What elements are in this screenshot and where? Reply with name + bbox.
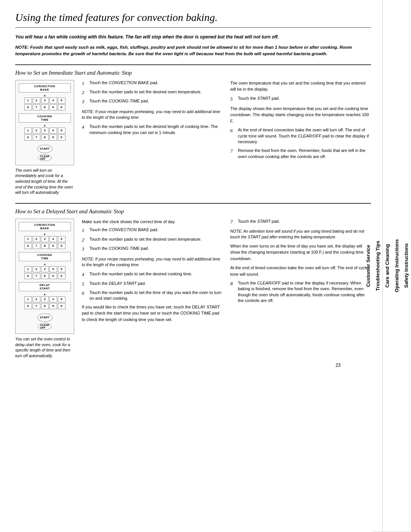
convection-bake-label: CONVECTIONBAKE [19, 83, 71, 93]
key-4e[interactable]: 4 [49, 296, 57, 302]
key-7b[interactable]: 7 [33, 134, 40, 141]
key-9[interactable]: 9 [49, 104, 57, 110]
key-8e[interactable]: 8 [41, 303, 49, 309]
sidebar-item-safety[interactable]: Safety Instructions [401, 0, 411, 532]
step2-1: 1 Touch the CONVECTION BAKE pad. [82, 227, 223, 234]
step6-num: 6 [230, 127, 236, 134]
key-9d[interactable]: 9 [49, 273, 57, 279]
step2-7: 7 Touch the START pad. [230, 219, 371, 225]
section1-steps-left: 1 Touch the CONVECTION BAKE pad. 2 Touch… [82, 80, 223, 160]
s2-step3-text: Touch the COOKING TIME pad. [89, 246, 149, 251]
s2-step8-num: 8 [230, 280, 236, 287]
key-1c[interactable]: 1 [24, 236, 32, 242]
key-8b[interactable]: 8 [41, 134, 49, 141]
s2-step5-text: Touch the DELAY START pad. [89, 281, 146, 286]
key-6b[interactable]: 6 [24, 134, 32, 141]
sidebar-item-care[interactable]: Care and Cleaning [382, 0, 392, 532]
key-2e[interactable]: 2 [33, 296, 40, 302]
note-inline-1: NOTE: If your recipe requires preheating… [82, 109, 223, 120]
step1-4: 4 Touch the number pads to set the desir… [82, 124, 223, 136]
key-4c[interactable]: 4 [49, 236, 57, 242]
sidebar-troubleshooting-label: Troubleshooting Tips [375, 241, 381, 291]
key-2b[interactable]: 2 [33, 128, 40, 134]
step5-text: Touch the START pad. [238, 96, 280, 101]
step3-num: 3 [82, 98, 87, 105]
key-9e[interactable]: 9 [49, 303, 57, 309]
step4-text: Touch the number pads to set the desired… [89, 124, 223, 136]
step1-2: 2 Touch the number pads to set the desir… [82, 89, 223, 96]
key-3b[interactable]: 3 [41, 128, 49, 134]
key-7d[interactable]: 7 [33, 273, 40, 279]
s2-step5-num: 5 [82, 281, 87, 288]
keypad-row-4: 6 7 8 9 0 [19, 134, 71, 141]
key-0e[interactable]: 0 [58, 303, 65, 309]
start-button-1[interactable]: START [37, 145, 53, 153]
key-7e[interactable]: 7 [33, 303, 40, 309]
key-7[interactable]: 7 [33, 104, 40, 110]
section2-right-para1: When the oven turns on at the time of da… [230, 243, 371, 262]
step1-6: 6 At the end of timed convection bake th… [230, 127, 371, 145]
key-0b[interactable]: 0 [58, 134, 65, 141]
key-0c[interactable]: 0 [58, 243, 65, 249]
key-7c[interactable]: 7 [33, 243, 40, 249]
key-6[interactable]: 6 [24, 104, 32, 110]
step2-4: 4 Touch the number pads to set the desir… [82, 271, 223, 278]
s2-step6-text: Touch the number pads to set the time of… [89, 290, 223, 302]
s2-step4-num: 4 [82, 271, 87, 278]
step2-6: 6 Touch the number pads to set the time … [82, 290, 223, 302]
note-inline-2: NOTE: If your recipe requires preheating… [82, 256, 223, 267]
key-1[interactable]: 1 [24, 97, 32, 104]
key-8c[interactable]: 8 [41, 243, 49, 249]
step3-text: Touch the COOKING TIME pad. [89, 98, 149, 104]
key-5b[interactable]: 5 [58, 128, 65, 134]
sidebar-item-customer[interactable]: Customer Service [363, 0, 373, 532]
key-5e[interactable]: 5 [58, 296, 65, 302]
key-4[interactable]: 4 [49, 97, 57, 104]
key-5c[interactable]: 5 [58, 236, 65, 242]
step2-num: 2 [82, 89, 87, 96]
key-5[interactable]: 5 [58, 97, 65, 104]
key-9c[interactable]: 9 [49, 243, 57, 249]
keypad-row-8: 6 7 8 9 0 [19, 273, 71, 279]
step2-text: Touch the number pads to set the desired… [89, 89, 202, 95]
cooking-time-label-2: COOKINGTIME [19, 252, 71, 261]
key-1d[interactable]: 1 [24, 266, 32, 272]
sidebar-care-label: Care and Cleaning [384, 244, 390, 288]
key-6e[interactable]: 6 [24, 303, 32, 309]
key-6d[interactable]: 6 [24, 273, 32, 279]
key-8[interactable]: 8 [41, 104, 49, 110]
key-1e[interactable]: 1 [24, 296, 32, 302]
key-3d[interactable]: 3 [41, 266, 49, 272]
step1-1: 1 Touch the CONVECTION BAKE pad. [82, 80, 223, 87]
clear-off-button-1[interactable]: CLEAROFF [38, 154, 52, 161]
keypad-row-7: 1 2 3 4 5 [19, 266, 71, 272]
key-4d[interactable]: 4 [49, 266, 57, 272]
key-8d[interactable]: 8 [41, 273, 49, 279]
key-1b[interactable]: 1 [24, 128, 32, 134]
note-text: NOTE: Foods that spoil easily such as mi… [15, 44, 371, 58]
section2-para-bottom: If you would like to check the times you… [82, 304, 223, 323]
key-3[interactable]: 3 [41, 97, 49, 104]
key-6c[interactable]: 6 [24, 243, 32, 249]
step5-num: 5 [230, 96, 236, 102]
key-3c[interactable]: 3 [41, 236, 49, 242]
key-0d[interactable]: 0 [58, 273, 65, 279]
sidebar-item-operating[interactable]: Operating Instructions [392, 0, 401, 532]
start-button-2[interactable]: START [37, 313, 53, 322]
key-2d[interactable]: 2 [33, 266, 40, 272]
key-2[interactable]: 2 [33, 97, 40, 104]
key-0[interactable]: 0 [58, 104, 65, 110]
section2-steps-right: 7 Touch the START pad. NOTE: An attentio… [230, 219, 371, 325]
sidebar-item-troubleshooting[interactable]: Troubleshooting Tips [373, 0, 382, 532]
key-5d[interactable]: 5 [58, 266, 65, 272]
section2-right-para2: At the end of timed convection bake the … [230, 265, 371, 277]
convection-bake-label-2: CONVECTIONBAKE [19, 222, 71, 231]
key-9b[interactable]: 9 [49, 134, 57, 141]
key-3e[interactable]: 3 [41, 296, 49, 302]
s2-step7-text: Touch the START pad. [238, 219, 280, 224]
section1-title: How to Set an Immediate Start and Automa… [15, 70, 371, 76]
key-4b[interactable]: 4 [49, 128, 57, 134]
key-2c[interactable]: 2 [33, 236, 40, 242]
note-inline-3: NOTE: An attention tone will sound if yo… [230, 228, 371, 240]
clear-off-button-2[interactable]: CLEAROFF [38, 323, 52, 330]
